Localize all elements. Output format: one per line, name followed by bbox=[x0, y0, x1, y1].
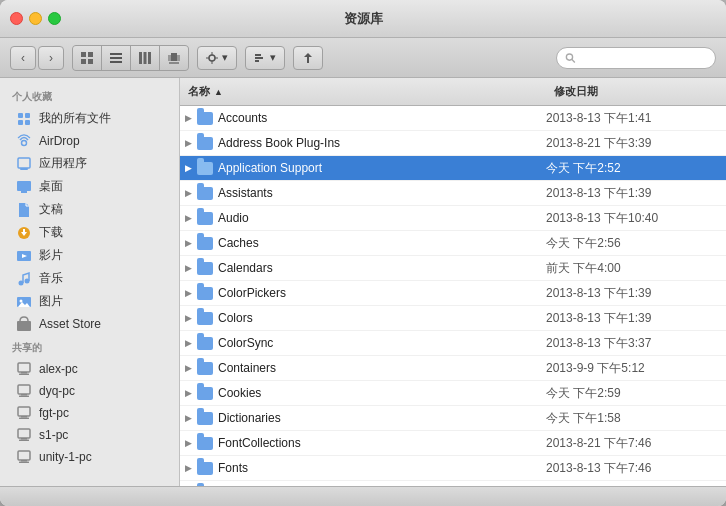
icon-view-button[interactable] bbox=[73, 46, 101, 70]
expand-arrow[interactable]: ▶ bbox=[180, 258, 196, 278]
expand-arrow[interactable]: ▶ bbox=[180, 383, 196, 403]
sidebar-label-movies: 影片 bbox=[39, 247, 63, 264]
maximize-button[interactable] bbox=[48, 12, 61, 25]
svg-rect-52 bbox=[19, 418, 29, 420]
svg-rect-6 bbox=[110, 61, 122, 63]
dyq-pc-icon bbox=[16, 383, 32, 399]
expand-arrow[interactable]: ▶ bbox=[180, 333, 196, 353]
col-name-header[interactable]: 名称 ▲ bbox=[180, 82, 546, 101]
table-row[interactable]: ▶ Address Book Plug-Ins 2013-8-21 下午3:39 bbox=[180, 131, 726, 156]
expand-arrow[interactable]: ▶ bbox=[180, 158, 196, 178]
table-row[interactable]: ▶ ColorSync 2013-8-13 下午3:37 bbox=[180, 331, 726, 356]
sidebar-item-downloads[interactable]: 下载 bbox=[4, 221, 175, 244]
svg-rect-51 bbox=[21, 416, 27, 418]
file-date-cell: 今天 下午2:59 bbox=[546, 385, 726, 402]
expand-arrow[interactable]: ▶ bbox=[180, 408, 196, 428]
svg-rect-25 bbox=[18, 113, 23, 118]
folder-cell-icon bbox=[196, 334, 214, 352]
table-row[interactable]: ▶ Dictionaries 今天 下午1:58 bbox=[180, 406, 726, 431]
back-button[interactable]: ‹ bbox=[10, 46, 36, 70]
expand-arrow[interactable]: ▶ bbox=[180, 308, 196, 328]
back-icon: ‹ bbox=[21, 51, 25, 65]
table-row[interactable]: ▶ Accounts 2013-8-13 下午1:41 bbox=[180, 106, 726, 131]
expand-arrow[interactable]: ▶ bbox=[180, 283, 196, 303]
table-row[interactable]: ▶ Caches 今天 下午2:56 bbox=[180, 231, 726, 256]
sidebar-item-unity-1-pc[interactable]: unity-1-pc bbox=[4, 446, 175, 468]
minimize-button[interactable] bbox=[29, 12, 42, 25]
table-row[interactable]: ▶ Assistants 2013-8-13 下午1:39 bbox=[180, 181, 726, 206]
table-row[interactable]: ▶ Cookies 今天 下午2:59 bbox=[180, 381, 726, 406]
folder-cell-icon bbox=[196, 359, 214, 377]
col-date-header[interactable]: 修改日期 bbox=[546, 82, 726, 101]
sidebar-label-music: 音乐 bbox=[39, 270, 63, 287]
svg-point-23 bbox=[566, 53, 572, 59]
expand-arrow[interactable]: ▶ bbox=[180, 108, 196, 128]
sidebar-item-photos[interactable]: 图片 bbox=[4, 290, 175, 313]
table-row[interactable]: ▶ ColorPickers 2013-8-13 下午1:39 bbox=[180, 281, 726, 306]
svg-rect-30 bbox=[18, 158, 30, 168]
downloads-icon bbox=[16, 225, 32, 241]
sidebar-item-alex-pc[interactable]: alex-pc bbox=[4, 358, 175, 380]
file-name-cell: Assistants bbox=[214, 184, 546, 202]
share-icon bbox=[302, 52, 314, 64]
sidebar-item-all-files[interactable]: 我的所有文件 bbox=[4, 107, 175, 130]
coverflow-icon bbox=[167, 51, 181, 65]
search-box[interactable] bbox=[556, 47, 716, 69]
svg-rect-19 bbox=[255, 54, 261, 56]
action-button[interactable]: ▾ bbox=[197, 46, 237, 70]
svg-rect-28 bbox=[25, 120, 30, 125]
view-buttons bbox=[72, 45, 189, 71]
table-row[interactable]: ▶ Application Support 今天 下午2:52 bbox=[180, 156, 726, 181]
table-row[interactable]: ▶ Colors 2013-8-13 下午1:39 bbox=[180, 306, 726, 331]
close-button[interactable] bbox=[10, 12, 23, 25]
expand-arrow[interactable]: ▶ bbox=[180, 183, 196, 203]
file-name-cell: Colors bbox=[214, 309, 546, 327]
sidebar-item-asset-store[interactable]: Asset Store bbox=[4, 313, 175, 335]
sidebar-item-fgt-pc[interactable]: fgt-pc bbox=[4, 402, 175, 424]
sidebar-label-all-files: 我的所有文件 bbox=[39, 110, 111, 127]
table-row[interactable]: ▶ Calendars 前天 下午4:00 bbox=[180, 256, 726, 281]
sidebar-item-dyq-pc[interactable]: dyq-pc bbox=[4, 380, 175, 402]
expand-arrow[interactable]: ▶ bbox=[180, 433, 196, 453]
sort-arrow: ▲ bbox=[214, 87, 223, 97]
svg-rect-32 bbox=[17, 181, 31, 191]
list-view-button[interactable] bbox=[102, 46, 130, 70]
expand-arrow[interactable]: ▶ bbox=[180, 458, 196, 478]
folder-cell-icon bbox=[196, 459, 214, 477]
svg-rect-50 bbox=[18, 407, 30, 416]
svg-rect-4 bbox=[110, 53, 122, 55]
coverflow-view-button[interactable] bbox=[160, 46, 188, 70]
sidebar-item-docs[interactable]: 文稿 bbox=[4, 198, 175, 221]
sidebar-item-apps[interactable]: 应用程序 bbox=[4, 152, 175, 175]
svg-rect-2 bbox=[81, 59, 86, 64]
sidebar-item-airdrop[interactable]: AirDrop bbox=[4, 130, 175, 152]
search-input[interactable] bbox=[580, 52, 707, 64]
sidebar-item-movies[interactable]: 影片 bbox=[4, 244, 175, 267]
svg-rect-15 bbox=[212, 52, 213, 55]
svg-marker-22 bbox=[304, 53, 312, 63]
sidebar-item-s1-pc[interactable]: s1-pc bbox=[4, 424, 175, 446]
file-name-cell: Accounts bbox=[214, 109, 546, 127]
sidebar-item-desktop[interactable]: 桌面 bbox=[4, 175, 175, 198]
svg-rect-53 bbox=[18, 429, 30, 438]
table-row[interactable]: ▶ Fonts 2013-8-13 下午7:46 bbox=[180, 456, 726, 481]
expand-arrow[interactable]: ▶ bbox=[180, 358, 196, 378]
table-row[interactable]: ▶ FontCollections 2013-8-21 下午7:46 bbox=[180, 431, 726, 456]
svg-rect-17 bbox=[206, 57, 209, 58]
share-button[interactable] bbox=[293, 46, 323, 70]
folder-cell-icon bbox=[196, 284, 214, 302]
folder-cell-icon bbox=[196, 209, 214, 227]
forward-button[interactable]: › bbox=[38, 46, 64, 70]
sidebar-item-music[interactable]: 音乐 bbox=[4, 267, 175, 290]
gear-dropdown-arrow: ▾ bbox=[222, 51, 228, 64]
svg-rect-45 bbox=[21, 372, 27, 374]
arrange-button[interactable]: ▾ bbox=[245, 46, 285, 70]
svg-rect-44 bbox=[18, 363, 30, 372]
expand-arrow[interactable]: ▶ bbox=[180, 208, 196, 228]
svg-rect-21 bbox=[255, 60, 259, 62]
expand-arrow[interactable]: ▶ bbox=[180, 233, 196, 253]
expand-arrow[interactable]: ▶ bbox=[180, 133, 196, 153]
table-row[interactable]: ▶ Audio 2013-8-13 下午10:40 bbox=[180, 206, 726, 231]
column-view-button[interactable] bbox=[131, 46, 159, 70]
table-row[interactable]: ▶ Containers 2013-9-9 下午5:12 bbox=[180, 356, 726, 381]
